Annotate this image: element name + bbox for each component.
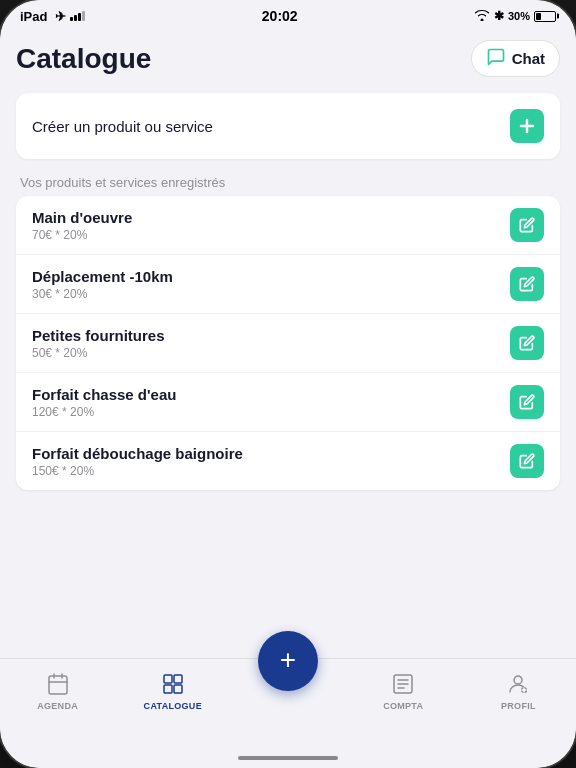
product-name: Déplacement -10km xyxy=(32,268,173,285)
edit-product-button[interactable] xyxy=(510,267,544,301)
signal-icon xyxy=(70,11,85,21)
home-bar xyxy=(238,756,338,760)
create-product-row[interactable]: Créer un produit ou service xyxy=(16,93,560,159)
edit-product-button[interactable] xyxy=(510,326,544,360)
screen: iPad ✈ 20:02 ✱ 30% xyxy=(0,0,576,768)
nav-label-compta: COMPTA xyxy=(383,701,423,711)
battery-percent: 30% xyxy=(508,10,530,22)
edit-product-button[interactable] xyxy=(510,444,544,478)
product-price: 30€ * 20% xyxy=(32,287,173,301)
chat-label: Chat xyxy=(512,50,545,67)
product-item[interactable]: Petites fournitures 50€ * 20% xyxy=(16,314,560,373)
nav-label-agenda: AGENDA xyxy=(37,701,78,711)
nav-item-agenda[interactable]: AGENDA xyxy=(0,667,115,711)
edit-product-button[interactable] xyxy=(510,208,544,242)
create-label: Créer un produit ou service xyxy=(32,118,213,135)
product-item[interactable]: Déplacement -10km 30€ * 20% xyxy=(16,255,560,314)
battery-icon xyxy=(534,11,556,22)
device-frame: iPad ✈ 20:02 ✱ 30% xyxy=(0,0,576,768)
status-bar: iPad ✈ 20:02 ✱ 30% xyxy=(0,0,576,28)
svg-rect-2 xyxy=(49,676,67,694)
page-header: Catalogue Chat xyxy=(16,28,560,93)
product-info: Main d'oeuvre 70€ * 20% xyxy=(32,209,132,242)
svg-rect-7 xyxy=(174,675,182,683)
agenda-icon xyxy=(45,671,71,697)
edit-product-button[interactable] xyxy=(510,385,544,419)
bottom-nav: AGENDA CATALOGUE xyxy=(0,658,576,748)
page-title: Catalogue xyxy=(16,43,151,75)
profil-icon xyxy=(505,671,531,697)
chat-icon xyxy=(486,47,506,70)
svg-rect-6 xyxy=(164,675,172,683)
product-price: 120€ * 20% xyxy=(32,405,176,419)
section-label: Vos produits et services enregistrés xyxy=(16,167,560,196)
product-item[interactable]: Forfait chasse d'eau 120€ * 20% xyxy=(16,373,560,432)
nav-item-profil[interactable]: PROFIL xyxy=(461,667,576,711)
create-intervention-fab[interactable]: + xyxy=(258,631,318,691)
nav-item-compta[interactable]: COMPTA xyxy=(346,667,461,711)
product-info: Déplacement -10km 30€ * 20% xyxy=(32,268,173,301)
home-indicator xyxy=(0,748,576,768)
product-price: 50€ * 20% xyxy=(32,346,165,360)
product-info: Forfait débouchage baignoire 150€ * 20% xyxy=(32,445,243,478)
nav-label-profil: PROFIL xyxy=(501,701,536,711)
product-name: Forfait chasse d'eau xyxy=(32,386,176,403)
nav-item-catalogue[interactable]: CATALOGUE xyxy=(115,667,230,711)
product-info: Petites fournitures 50€ * 20% xyxy=(32,327,165,360)
product-item[interactable]: Forfait débouchage baignoire 150€ * 20% xyxy=(16,432,560,490)
product-info: Forfait chasse d'eau 120€ * 20% xyxy=(32,386,176,419)
main-content: Catalogue Chat Créer un produit ou servi… xyxy=(0,28,576,658)
status-carrier: iPad ✈ xyxy=(20,9,85,24)
nav-label-catalogue: CATALOGUE xyxy=(144,701,202,711)
product-list: Main d'oeuvre 70€ * 20% Déplacement -10k… xyxy=(16,196,560,490)
product-name: Forfait débouchage baignoire xyxy=(32,445,243,462)
product-name: Main d'oeuvre xyxy=(32,209,132,226)
status-indicators: ✱ 30% xyxy=(474,9,556,23)
compta-icon xyxy=(390,671,416,697)
product-price: 150€ * 20% xyxy=(32,464,243,478)
product-item[interactable]: Main d'oeuvre 70€ * 20% xyxy=(16,196,560,255)
wifi-icon xyxy=(474,9,490,23)
chat-button[interactable]: Chat xyxy=(471,40,560,77)
add-product-button[interactable] xyxy=(510,109,544,143)
svg-rect-8 xyxy=(164,685,172,693)
svg-point-14 xyxy=(514,676,522,684)
status-time: 20:02 xyxy=(262,8,298,24)
carrier-label: iPad xyxy=(20,9,47,24)
product-price: 70€ * 20% xyxy=(32,228,132,242)
svg-rect-9 xyxy=(174,685,182,693)
bluetooth-icon: ✱ xyxy=(494,9,504,23)
catalogue-icon xyxy=(160,671,186,697)
product-name: Petites fournitures xyxy=(32,327,165,344)
fab-plus-icon: + xyxy=(280,646,296,674)
